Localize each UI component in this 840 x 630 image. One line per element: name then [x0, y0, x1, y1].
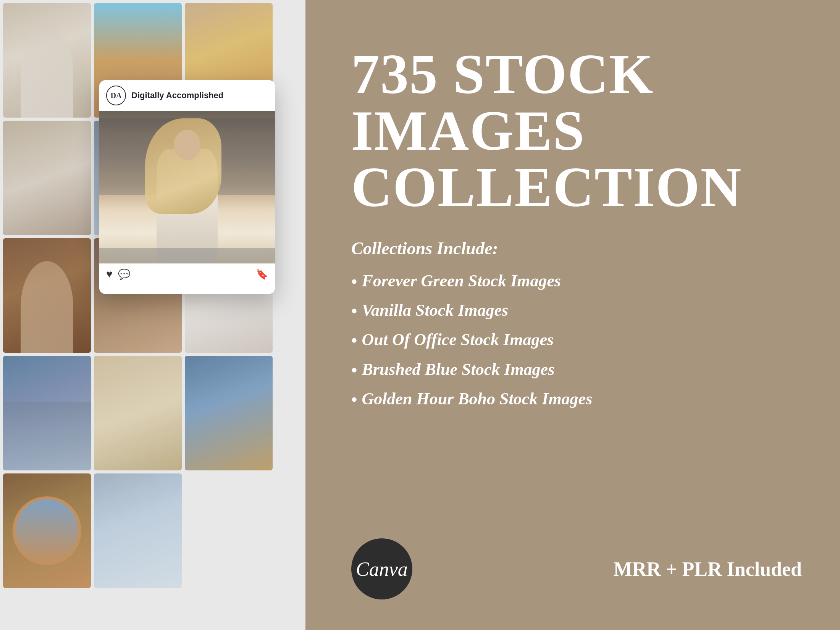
photo-woman-sitting [3, 121, 91, 235]
list-item: • Vanilla Stock Images [351, 299, 802, 322]
comment-icon[interactable]: 💬 [118, 268, 130, 280]
right-panel: 735 Stock Images Collection Collections … [305, 0, 840, 630]
collection-item-label: Golden Hour Boho Stock Images [362, 388, 592, 410]
ig-username: Digitally Accomplished [131, 90, 223, 100]
instagram-card: DA Digitally Accomplished ♥ 💬 � [99, 80, 275, 294]
main-title: 735 Stock Images Collection [351, 46, 802, 215]
list-item: • Out Of Office Stock Images [351, 329, 802, 351]
list-item: • Forever Green Stock Images [351, 270, 802, 292]
main-title-line3: Collection [351, 159, 802, 215]
bullet-icon: • [351, 359, 357, 381]
photo-woman-white [3, 3, 91, 118]
main-title-line2: Images [351, 102, 802, 159]
ig-card-header: DA Digitally Accomplished [99, 80, 275, 111]
list-item: • Brushed Blue Stock Images [351, 359, 802, 381]
list-item: • Golden Hour Boho Stock Images [351, 388, 802, 410]
bookmark-icon[interactable]: 🔖 [256, 268, 268, 280]
collections-section: Collections Include: • Forever Green Sto… [351, 238, 802, 523]
bullet-icon: • [351, 330, 357, 351]
collection-item-label: Forever Green Stock Images [362, 270, 561, 292]
photo-jewelry [94, 356, 182, 470]
collection-item-label: Brushed Blue Stock Images [362, 359, 554, 380]
heart-icon[interactable]: ♥ [106, 268, 113, 280]
photo-woman-cafe [3, 238, 91, 353]
mrr-plr-label: MRR + PLR Included [614, 558, 802, 580]
left-panel: DA Digitally Accomplished ♥ 💬 � [0, 0, 305, 630]
bottom-section: Canva MRR + PLR Included [351, 538, 802, 599]
collection-list: • Forever Green Stock Images • Vanilla S… [351, 270, 802, 410]
bullet-icon: • [351, 300, 357, 322]
canva-label: Canva [356, 558, 408, 580]
ig-post-image [99, 111, 275, 263]
collection-item-label: Vanilla Stock Images [362, 299, 508, 321]
bullet-icon: • [351, 389, 357, 410]
ig-brand-logo: DA [106, 86, 126, 105]
bullet-icon: • [351, 271, 357, 292]
photo-woman-wave [185, 356, 273, 470]
collection-item-label: Out Of Office Stock Images [362, 329, 554, 351]
photo-city-view [3, 356, 91, 470]
right-content: 735 Stock Images Collection Collections … [351, 31, 802, 599]
photo-palm-circle [3, 473, 91, 588]
photo-woman-flowers [94, 473, 182, 588]
main-title-line1: 735 Stock [351, 46, 802, 102]
ig-card-footer: ♥ 💬 🔖 [99, 263, 275, 285]
collections-title: Collections Include: [351, 238, 802, 258]
canva-badge: Canva [351, 538, 412, 599]
